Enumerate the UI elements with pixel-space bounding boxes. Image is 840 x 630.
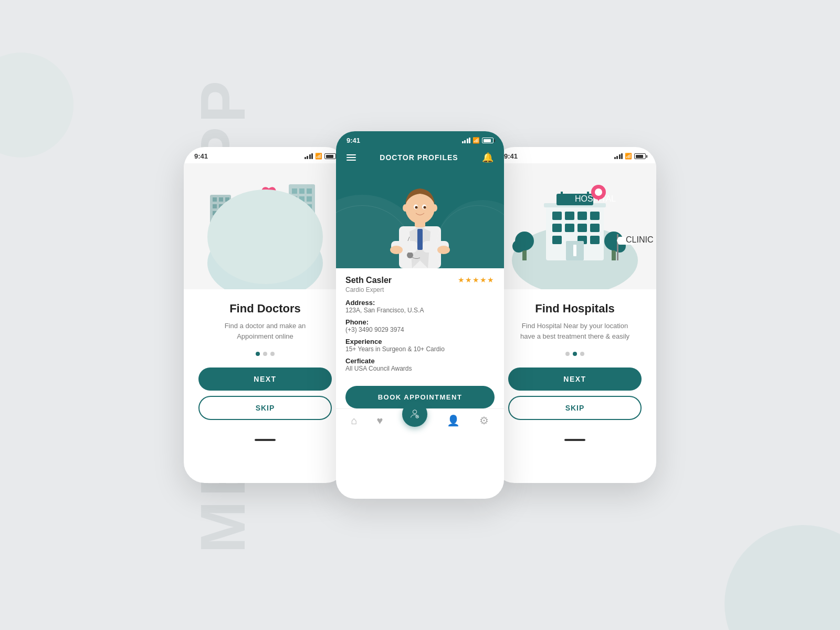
bell-icon[interactable]: 🔔 [482, 152, 494, 163]
bottom-nav: ⌂ ♥ 👤 ⚙ [336, 408, 504, 433]
dot-1 [256, 352, 260, 356]
dot-2 [263, 352, 267, 356]
settings-nav-icon[interactable]: ⚙ [479, 414, 489, 427]
battery-left [324, 153, 336, 159]
doctor-nav-icon[interactable] [402, 402, 427, 427]
phone-mid: 9:41 📶 DOCTOR PROFILES 🔔 [336, 131, 504, 499]
doctor-name: Seth Casler [345, 276, 392, 285]
phone-right: 9:41 📶 [494, 147, 656, 483]
home-indicator-left [255, 439, 276, 441]
svg-rect-76 [552, 224, 562, 232]
svg-rect-4 [213, 204, 217, 208]
status-bar-right: 9:41 📶 [494, 147, 656, 163]
right-dot-1 [565, 352, 570, 356]
experience-label: Experience [345, 338, 495, 345]
experience-section: Experience 15+ Years in Surgeon & 10+ Ca… [345, 338, 495, 353]
doctor-name-row: Seth Casler ★★★★★ [345, 276, 495, 285]
experience-value: 15+ Years in Surgeon & 10+ Cardio [345, 345, 495, 353]
certificate-value: All USA Council Awards [345, 365, 495, 372]
right-dots [508, 352, 642, 356]
svg-point-58 [403, 204, 408, 212]
time-mid: 9:41 [346, 136, 360, 144]
battery-mid [482, 138, 494, 143]
svg-rect-82 [590, 236, 600, 244]
svg-rect-2 [219, 197, 223, 202]
doctor-stars: ★★★★★ [458, 276, 495, 284]
signal-bars-right [614, 153, 623, 159]
svg-rect-80 [552, 236, 562, 244]
phone-left: 9:41 📶 [184, 147, 346, 483]
right-dot-2 [573, 352, 577, 356]
right-illustration-svg: HOSPITAL CLINIC [494, 163, 656, 289]
dot-3 [270, 352, 275, 356]
svg-rect-77 [565, 224, 574, 232]
phones-container: 9:41 📶 [184, 131, 656, 499]
battery-right [634, 153, 646, 159]
mid-info: Seth Casler ★★★★★ Cardio Expert Address:… [336, 268, 504, 382]
time-right: 9:41 [504, 152, 518, 160]
svg-point-96 [595, 188, 602, 196]
find-hospitals-title: Find Hospitals [508, 302, 642, 316]
address-label: Address: [345, 299, 495, 307]
svg-rect-78 [578, 224, 587, 232]
time-left: 9:41 [194, 152, 208, 160]
svg-rect-11 [292, 188, 297, 194]
oval-bg [207, 190, 323, 284]
address-section: Address: 123A, San Francisco, U.S.A [345, 299, 495, 314]
home-indicator-right [564, 439, 585, 441]
right-content: Find Hospitals Find Hospital Near by you… [494, 289, 656, 433]
svg-rect-74 [578, 212, 587, 220]
wifi-icon-right: 📶 [625, 153, 632, 160]
next-button-left[interactable]: NEXT [198, 368, 332, 391]
status-bar-left: 9:41 📶 [184, 147, 346, 163]
svg-rect-84 [573, 245, 576, 256]
svg-rect-46 [417, 229, 423, 250]
svg-rect-13 [307, 188, 312, 194]
status-icons-right: 📶 [614, 153, 646, 160]
svg-point-59 [432, 204, 437, 212]
right-dot-3 [580, 352, 584, 356]
svg-point-67 [512, 240, 525, 253]
status-icons-mid: 📶 [462, 137, 494, 144]
illustration-left [184, 163, 346, 289]
find-doctors-title: Find Doctors [198, 302, 332, 316]
find-doctors-subtitle: Find a doctor and make an Appoinment onl… [198, 321, 332, 341]
phone-section: Phone: (+3) 3490 9029 3974 [345, 318, 495, 333]
profile-nav-icon[interactable]: 👤 [447, 414, 460, 427]
doctor-specialty: Cardio Expert [345, 286, 495, 293]
svg-rect-72 [552, 212, 562, 220]
skip-button-left[interactable]: SKIP [198, 396, 332, 420]
favorites-nav-icon[interactable]: ♥ [377, 415, 383, 427]
svg-rect-1 [213, 197, 217, 202]
illustration-right: HOSPITAL CLINIC [494, 163, 656, 289]
wifi-icon-left: 📶 [315, 153, 322, 160]
mid-header: DOCTOR PROFILES 🔔 [336, 148, 504, 163]
bg-blob-2 [0, 52, 74, 158]
signal-bars-left [304, 153, 313, 159]
svg-rect-16 [307, 196, 312, 202]
phone-value: (+3) 3490 9029 3974 [345, 326, 495, 333]
home-nav-icon[interactable]: ⌂ [351, 415, 358, 427]
next-button-right[interactable]: NEXT [508, 368, 642, 391]
skip-button-right[interactable]: SKIP [508, 396, 642, 420]
status-bar-mid: 9:41 📶 [336, 131, 504, 148]
svg-rect-75 [590, 212, 600, 220]
svg-point-56 [415, 206, 418, 209]
svg-rect-79 [590, 224, 600, 232]
wifi-icon-mid: 📶 [472, 137, 480, 144]
certificate-label: Cerficate [345, 357, 495, 365]
svg-rect-87 [561, 192, 563, 195]
doctor-header-image [336, 163, 504, 268]
status-icons-left: 📶 [304, 153, 337, 160]
svg-text:CLINIC: CLINIC [626, 235, 653, 244]
signal-bars-mid [462, 138, 471, 143]
phone-label: Phone: [345, 318, 495, 326]
svg-point-57 [424, 206, 426, 209]
left-dots [198, 352, 332, 356]
hamburger-menu[interactable] [346, 154, 356, 161]
svg-rect-73 [565, 212, 574, 220]
bg-blob-1 [724, 525, 840, 630]
mid-header-title: DOCTOR PROFILES [380, 153, 458, 162]
find-hospitals-subtitle: Find Hospital Near by your location have… [508, 321, 642, 341]
left-content: Find Doctors Find a doctor and make an A… [184, 289, 346, 433]
